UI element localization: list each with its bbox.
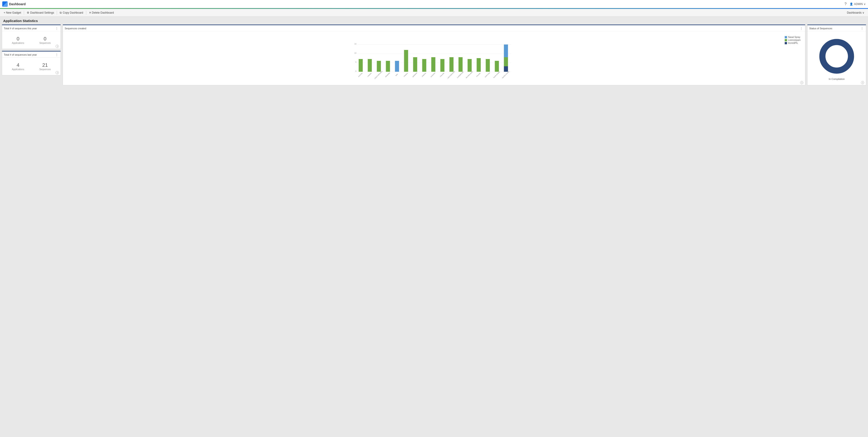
- widget-status-header: Status of Sequences ⋮: [807, 25, 866, 31]
- svg-text:PORTUGAL: PORTUGAL: [485, 72, 490, 78]
- svg-text:HUNGARY: HUNGARY: [430, 72, 436, 78]
- copy-dashboard-button[interactable]: ⧉ Copy Dashboard: [57, 9, 85, 16]
- svg-text:AUSTRIA: AUSTRIA: [358, 72, 363, 77]
- left-column: Total # of sequences this year ⋮ 0 Appli…: [2, 25, 61, 85]
- settings-icon: ⚙: [27, 11, 29, 14]
- user-label-text: ADMIN: [854, 2, 863, 6]
- svg-rect-8: [359, 59, 363, 72]
- widget-grid: Total # of sequences this year ⋮ 0 Appli…: [0, 25, 868, 87]
- toolbar-right: Dashboards ∨: [845, 10, 867, 15]
- user-icon: 👤: [849, 2, 853, 6]
- last-year-applications-label: Applications: [12, 68, 24, 70]
- user-menu[interactable]: 👤 ADMIN ∨: [849, 2, 866, 6]
- new-gadget-button[interactable]: + New Gadget: [1, 9, 23, 16]
- svg-rect-32: [468, 59, 472, 72]
- chart-legend: Nasal Spray Lorenzepam IncrediPiL: [785, 36, 801, 44]
- svg-text:ICELAND: ICELAND: [440, 72, 444, 77]
- last-year-sequences: 21 Sequences: [39, 62, 51, 70]
- svg-rect-18: [404, 50, 408, 72]
- legend-item-nasal: Nasal Spray: [785, 36, 801, 38]
- this-year-applications-label: Applications: [12, 42, 24, 44]
- donut-chart: [816, 36, 857, 77]
- svg-rect-38: [495, 61, 499, 72]
- svg-rect-12: [377, 61, 381, 72]
- page-title: Application Statistics: [3, 19, 38, 23]
- widget-status-info[interactable]: ℹ: [861, 81, 864, 84]
- svg-text:0: 0: [355, 70, 356, 72]
- copy-icon: ⧉: [60, 11, 62, 14]
- info-icon-sequences[interactable]: ℹ: [800, 81, 803, 84]
- legend-label-incredi: IncrediPiL: [788, 42, 798, 44]
- this-year-applications-value: 0: [12, 36, 24, 42]
- legend-item-incredi: IncrediPiL: [785, 42, 801, 44]
- toolbar: + New Gadget ⚙ Dashboard Settings ⧉ Copy…: [0, 9, 868, 17]
- last-year-sequences-value: 21: [39, 62, 51, 68]
- right-column: Status of Sequences ⋮ In Compilation ℹ: [807, 25, 866, 85]
- svg-text:EMA: EMA: [395, 73, 398, 76]
- widget-sequences-created-body: Nasal Spray Lorenzepam IncrediPiL 0 5: [63, 31, 805, 85]
- info-icon-last-year[interactable]: ℹ: [56, 71, 59, 74]
- svg-text:10: 10: [354, 52, 356, 54]
- svg-text:CANADA: CANADA: [367, 72, 372, 77]
- bar-chart: 0 5 10 15 AUSTRIA CANADA: [65, 34, 803, 79]
- delete-dashboard-button[interactable]: ✕ Delete Dashboard: [87, 9, 116, 16]
- widget-last-year-info[interactable]: ℹ: [56, 71, 59, 74]
- svg-rect-30: [459, 57, 463, 72]
- widget-sequences-created-menu[interactable]: ⋮: [799, 27, 803, 30]
- logo-icon: [2, 1, 8, 7]
- donut-container: In Compilation: [810, 34, 864, 81]
- widget-last-year-menu[interactable]: ⋮: [55, 53, 59, 57]
- svg-text:SAUDI ARABIA: SAUDI ARABIA: [493, 71, 500, 78]
- last-year-applications: 4 Applications: [12, 62, 24, 70]
- widget-sequences-created-header: Sequences created ⋮: [63, 25, 805, 31]
- svg-text:UNITED STATES: UNITED STATES: [502, 71, 510, 79]
- svg-text:NETHERLANDS: NETHERLANDS: [465, 71, 473, 79]
- svg-rect-40: [504, 66, 508, 72]
- help-icon[interactable]: ?: [844, 2, 846, 6]
- dashboards-button[interactable]: Dashboards ∨: [845, 10, 867, 15]
- legend-color-lorenz: [785, 39, 787, 41]
- info-icon-status[interactable]: ℹ: [861, 81, 864, 84]
- svg-rect-34: [477, 58, 481, 72]
- widget-status-menu[interactable]: ⋮: [860, 27, 864, 30]
- donut-label: In Compilation: [829, 78, 845, 80]
- user-caret-icon: ∨: [864, 2, 866, 6]
- dashboard-settings-button[interactable]: ⚙ Dashboard Settings: [25, 9, 56, 16]
- svg-text:DENMARK: DENMARK: [385, 72, 390, 78]
- svg-rect-26: [440, 59, 444, 72]
- widget-last-year: Total # of sequences last year ⋮ 4 Appli…: [2, 51, 61, 76]
- widget-last-year-body: 4 Applications 21 Sequences: [2, 58, 61, 75]
- svg-rect-22: [422, 59, 426, 72]
- info-icon-this-year[interactable]: ℹ: [56, 45, 59, 48]
- widget-this-year-body: 0 Applications 0 Sequences: [2, 31, 61, 49]
- svg-rect-14: [386, 61, 390, 72]
- svg-rect-36: [486, 59, 490, 72]
- svg-rect-20: [413, 57, 417, 72]
- svg-text:LUXEMBOURG: LUXEMBOURG: [457, 71, 464, 79]
- this-year-sequences: 0 Sequences: [39, 36, 51, 44]
- middle-column: Sequences created ⋮ Nasal Spray Lorenzep…: [63, 25, 805, 85]
- widget-sequences-info[interactable]: ℹ: [800, 81, 803, 84]
- svg-text:15: 15: [354, 43, 356, 45]
- svg-text:FRANCE: FRANCE: [403, 72, 408, 77]
- svg-rect-28: [450, 57, 454, 72]
- svg-text:POLAND: POLAND: [476, 72, 480, 77]
- svg-text:5: 5: [355, 61, 356, 63]
- widget-this-year-info[interactable]: ℹ: [56, 45, 59, 48]
- svg-text:GREECE: GREECE: [422, 72, 426, 77]
- widget-sequences-created-title: Sequences created: [65, 27, 86, 30]
- legend-label-lorenz: Lorenzepam: [788, 39, 801, 41]
- legend-item-lorenz: Lorenzepam: [785, 39, 801, 41]
- toolbar-separator-2: [57, 11, 57, 15]
- widget-this-year-menu[interactable]: ⋮: [55, 27, 59, 30]
- widget-this-year-title: Total # of sequences this year: [4, 27, 37, 30]
- svg-text:LIECHTENSTEIN: LIECHTENSTEIN: [447, 71, 455, 79]
- svg-text:GERMANY: GERMANY: [412, 72, 417, 78]
- widget-status-body: In Compilation: [807, 31, 866, 84]
- widget-status-title: Status of Sequences: [809, 27, 832, 30]
- widget-this-year-header: Total # of sequences this year ⋮: [2, 25, 61, 31]
- legend-color-incredi: [785, 42, 787, 44]
- this-year-sequences-label: Sequences: [39, 42, 51, 44]
- app-title: Dashboard: [9, 2, 26, 6]
- svg-rect-24: [431, 57, 435, 72]
